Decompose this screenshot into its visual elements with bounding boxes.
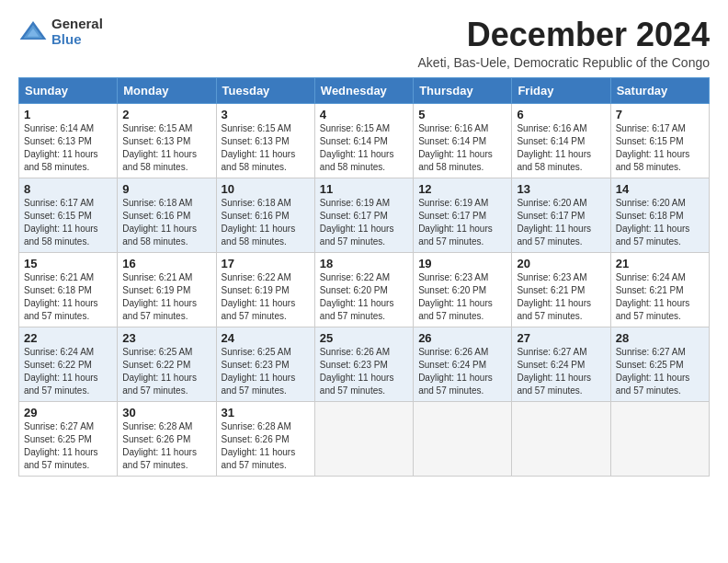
- calendar-day-cell: 18Sunrise: 6:22 AM Sunset: 6:20 PM Dayli…: [314, 252, 413, 327]
- day-info: Sunrise: 6:20 AM Sunset: 6:18 PM Dayligh…: [616, 197, 704, 248]
- day-number: 12: [418, 182, 506, 196]
- day-number: 8: [24, 182, 112, 196]
- day-info: Sunrise: 6:24 AM Sunset: 6:21 PM Dayligh…: [616, 271, 704, 323]
- day-info: Sunrise: 6:22 AM Sunset: 6:20 PM Dayligh…: [320, 271, 408, 323]
- day-number: 18: [320, 257, 408, 270]
- calendar-week-row: 22Sunrise: 6:24 AM Sunset: 6:22 PM Dayli…: [19, 327, 710, 401]
- calendar-day-cell: 9Sunrise: 6:18 AM Sunset: 6:16 PM Daylig…: [118, 178, 216, 252]
- header-row: Sunday Monday Tuesday Wednesday Thursday…: [19, 77, 710, 103]
- calendar-day-cell: 30Sunrise: 6:28 AM Sunset: 6:26 PM Dayli…: [118, 401, 216, 476]
- calendar-day-cell: 23Sunrise: 6:25 AM Sunset: 6:22 PM Dayli…: [118, 327, 216, 401]
- calendar-day-cell: 3Sunrise: 6:15 AM Sunset: 6:13 PM Daylig…: [216, 103, 314, 178]
- day-number: 23: [122, 331, 210, 345]
- page: General Blue December 2024 Aketi, Bas-Ue…: [0, 0, 728, 563]
- location-title: Aketi, Bas-Uele, Democratic Republic of …: [418, 55, 710, 70]
- day-info: Sunrise: 6:17 AM Sunset: 6:15 PM Dayligh…: [24, 197, 112, 248]
- day-number: 7: [616, 108, 704, 121]
- day-info: Sunrise: 6:15 AM Sunset: 6:14 PM Dayligh…: [320, 122, 408, 174]
- day-number: 16: [122, 257, 210, 270]
- day-number: 20: [517, 257, 605, 270]
- day-info: Sunrise: 6:17 AM Sunset: 6:15 PM Dayligh…: [616, 122, 704, 174]
- day-number: 10: [222, 182, 310, 196]
- day-info: Sunrise: 6:27 AM Sunset: 6:25 PM Dayligh…: [24, 420, 112, 472]
- day-number: 6: [517, 108, 605, 121]
- col-monday: Monday: [118, 77, 216, 103]
- day-number: 11: [320, 182, 408, 196]
- day-info: Sunrise: 6:19 AM Sunset: 6:17 PM Dayligh…: [320, 197, 408, 248]
- day-number: 19: [418, 257, 506, 270]
- calendar-week-row: 1Sunrise: 6:14 AM Sunset: 6:13 PM Daylig…: [19, 103, 710, 178]
- logo-blue-text: Blue: [51, 32, 103, 48]
- calendar-day-cell: [414, 401, 512, 476]
- day-number: 27: [517, 331, 605, 345]
- day-number: 25: [320, 331, 408, 345]
- day-number: 9: [122, 182, 210, 196]
- day-number: 13: [517, 182, 605, 196]
- calendar-week-row: 29Sunrise: 6:27 AM Sunset: 6:25 PM Dayli…: [19, 401, 710, 476]
- calendar-week-row: 8Sunrise: 6:17 AM Sunset: 6:15 PM Daylig…: [19, 178, 710, 252]
- calendar-day-cell: 16Sunrise: 6:21 AM Sunset: 6:19 PM Dayli…: [118, 252, 216, 327]
- day-number: 28: [616, 331, 704, 345]
- day-info: Sunrise: 6:26 AM Sunset: 6:23 PM Dayligh…: [320, 346, 408, 397]
- calendar-day-cell: 15Sunrise: 6:21 AM Sunset: 6:18 PM Dayli…: [19, 252, 118, 327]
- day-info: Sunrise: 6:28 AM Sunset: 6:26 PM Dayligh…: [222, 420, 310, 472]
- calendar-day-cell: 17Sunrise: 6:22 AM Sunset: 6:19 PM Dayli…: [216, 252, 314, 327]
- col-friday: Friday: [512, 77, 610, 103]
- calendar-day-cell: 27Sunrise: 6:27 AM Sunset: 6:24 PM Dayli…: [512, 327, 610, 401]
- day-number: 24: [222, 331, 310, 345]
- day-info: Sunrise: 6:23 AM Sunset: 6:21 PM Dayligh…: [517, 271, 605, 323]
- calendar-day-cell: 19Sunrise: 6:23 AM Sunset: 6:20 PM Dayli…: [414, 252, 512, 327]
- calendar-day-cell: 20Sunrise: 6:23 AM Sunset: 6:21 PM Dayli…: [512, 252, 610, 327]
- month-title: December 2024: [418, 17, 710, 53]
- calendar-day-cell: 24Sunrise: 6:25 AM Sunset: 6:23 PM Dayli…: [216, 327, 314, 401]
- logo-text: General Blue: [51, 17, 103, 47]
- day-info: Sunrise: 6:27 AM Sunset: 6:24 PM Dayligh…: [517, 346, 605, 397]
- calendar-day-cell: 29Sunrise: 6:27 AM Sunset: 6:25 PM Dayli…: [19, 401, 118, 476]
- day-info: Sunrise: 6:25 AM Sunset: 6:23 PM Dayligh…: [222, 346, 310, 397]
- day-info: Sunrise: 6:27 AM Sunset: 6:25 PM Dayligh…: [616, 346, 704, 397]
- day-info: Sunrise: 6:16 AM Sunset: 6:14 PM Dayligh…: [517, 122, 605, 174]
- logo-general-text: General: [51, 17, 103, 32]
- day-info: Sunrise: 6:25 AM Sunset: 6:22 PM Dayligh…: [122, 346, 210, 397]
- calendar-week-row: 15Sunrise: 6:21 AM Sunset: 6:18 PM Dayli…: [19, 252, 710, 327]
- day-info: Sunrise: 6:21 AM Sunset: 6:18 PM Dayligh…: [24, 271, 112, 323]
- calendar-day-cell: 11Sunrise: 6:19 AM Sunset: 6:17 PM Dayli…: [314, 178, 413, 252]
- col-tuesday: Tuesday: [216, 77, 314, 103]
- header: General Blue December 2024 Aketi, Bas-Ue…: [18, 17, 710, 70]
- day-info: Sunrise: 6:22 AM Sunset: 6:19 PM Dayligh…: [222, 271, 310, 323]
- day-number: 26: [418, 331, 506, 345]
- calendar-day-cell: 14Sunrise: 6:20 AM Sunset: 6:18 PM Dayli…: [610, 178, 709, 252]
- calendar-day-cell: [610, 401, 709, 476]
- day-number: 2: [122, 108, 210, 121]
- calendar-day-cell: 21Sunrise: 6:24 AM Sunset: 6:21 PM Dayli…: [610, 252, 709, 327]
- calendar-day-cell: [512, 401, 610, 476]
- calendar-day-cell: 12Sunrise: 6:19 AM Sunset: 6:17 PM Dayli…: [414, 178, 512, 252]
- day-number: 21: [616, 257, 704, 270]
- calendar-day-cell: 2Sunrise: 6:15 AM Sunset: 6:13 PM Daylig…: [118, 103, 216, 178]
- day-number: 15: [24, 257, 112, 270]
- calendar-table: Sunday Monday Tuesday Wednesday Thursday…: [18, 77, 710, 477]
- day-info: Sunrise: 6:15 AM Sunset: 6:13 PM Dayligh…: [222, 122, 310, 174]
- day-info: Sunrise: 6:26 AM Sunset: 6:24 PM Dayligh…: [418, 346, 506, 397]
- day-number: 5: [418, 108, 506, 121]
- calendar-day-cell: 25Sunrise: 6:26 AM Sunset: 6:23 PM Dayli…: [314, 327, 413, 401]
- day-number: 30: [122, 406, 210, 419]
- day-number: 4: [320, 108, 408, 121]
- logo: General Blue: [18, 17, 103, 47]
- col-wednesday: Wednesday: [314, 77, 413, 103]
- day-info: Sunrise: 6:18 AM Sunset: 6:16 PM Dayligh…: [122, 197, 210, 248]
- day-number: 1: [24, 108, 112, 121]
- col-thursday: Thursday: [414, 77, 512, 103]
- day-number: 17: [222, 257, 310, 270]
- calendar-day-cell: [314, 401, 413, 476]
- col-saturday: Saturday: [610, 77, 709, 103]
- day-info: Sunrise: 6:24 AM Sunset: 6:22 PM Dayligh…: [24, 346, 112, 397]
- calendar-day-cell: 28Sunrise: 6:27 AM Sunset: 6:25 PM Dayli…: [610, 327, 709, 401]
- calendar-day-cell: 7Sunrise: 6:17 AM Sunset: 6:15 PM Daylig…: [610, 103, 709, 178]
- col-sunday: Sunday: [19, 77, 118, 103]
- day-info: Sunrise: 6:21 AM Sunset: 6:19 PM Dayligh…: [122, 271, 210, 323]
- day-info: Sunrise: 6:28 AM Sunset: 6:26 PM Dayligh…: [122, 420, 210, 472]
- day-number: 29: [24, 406, 112, 419]
- calendar-day-cell: 13Sunrise: 6:20 AM Sunset: 6:17 PM Dayli…: [512, 178, 610, 252]
- title-section: December 2024 Aketi, Bas-Uele, Democrati…: [418, 17, 710, 70]
